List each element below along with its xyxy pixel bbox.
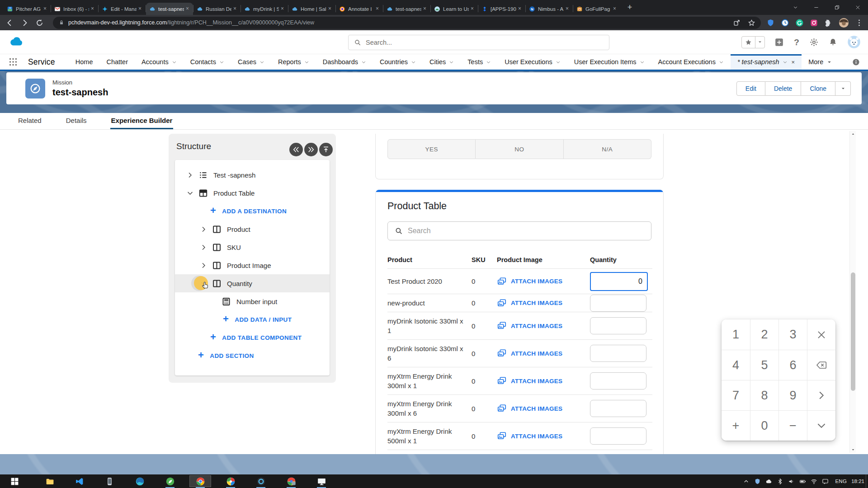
chevron-down-icon[interactable] bbox=[304, 60, 309, 65]
keypad-key-7[interactable]: 7 bbox=[722, 380, 750, 410]
quantity-input[interactable] bbox=[590, 400, 646, 417]
keypad-key-5[interactable]: 5 bbox=[750, 350, 778, 380]
keypad-key-2[interactable]: 2 bbox=[750, 319, 778, 350]
keypad-key-9[interactable]: 9 bbox=[778, 380, 807, 410]
scroll-to-top-button[interactable] bbox=[319, 143, 333, 156]
tree-node-quantity[interactable]: Quantity bbox=[175, 274, 330, 292]
attach-images-button[interactable]: ATTACH IMAGES bbox=[497, 431, 590, 441]
tree-node-number-input[interactable]: Number input bbox=[175, 292, 330, 310]
edit-button[interactable]: Edit bbox=[736, 81, 765, 96]
browser-tab[interactable]: Annotate I × bbox=[336, 3, 383, 15]
keypad-key-xclose[interactable] bbox=[807, 319, 835, 350]
chevron-down-icon[interactable] bbox=[259, 60, 264, 65]
keypad-key-+[interactable]: + bbox=[722, 410, 750, 441]
clock[interactable]: 18:21 bbox=[851, 479, 864, 484]
grammarly-extension-icon[interactable] bbox=[795, 19, 804, 27]
tray-net-icon[interactable] bbox=[811, 478, 817, 485]
tab-close-icon[interactable]: × bbox=[89, 5, 96, 12]
attach-images-button[interactable]: ATTACH IMAGES bbox=[497, 277, 590, 286]
nav-item[interactable]: Cities bbox=[423, 54, 461, 70]
quantity-input[interactable] bbox=[590, 317, 646, 334]
taskbar-explorer-icon[interactable] bbox=[39, 475, 61, 487]
link-add-section[interactable]: +ADD SECTION bbox=[175, 347, 330, 365]
tab-close-icon[interactable]: × bbox=[184, 5, 191, 12]
chevron-down-icon[interactable] bbox=[556, 60, 561, 65]
browser-tab[interactable]: Home | Sal × bbox=[288, 3, 335, 15]
chevron-right-icon[interactable] bbox=[200, 244, 208, 251]
insta-extension-icon[interactable] bbox=[810, 19, 818, 27]
taskbar-vscode-icon[interactable] bbox=[68, 475, 90, 487]
browser-tab[interactable]: [APPS-1902 × bbox=[478, 3, 525, 15]
tab-close-icon[interactable]: × bbox=[564, 5, 571, 12]
info-icon[interactable] bbox=[852, 58, 860, 66]
nav-item[interactable]: Reports bbox=[271, 54, 316, 70]
browser-tab[interactable]: Russian De × bbox=[193, 3, 241, 15]
tree-node-sku[interactable]: SKU bbox=[175, 238, 330, 256]
keypad-key-backspace[interactable] bbox=[807, 350, 835, 380]
taskbar-colorful-icon[interactable] bbox=[220, 475, 241, 487]
nav-more-menu[interactable]: More bbox=[802, 54, 839, 70]
taskbar-start-icon[interactable] bbox=[4, 475, 25, 487]
quantity-input[interactable] bbox=[590, 427, 646, 445]
attach-images-button[interactable]: ATTACH IMAGES bbox=[497, 404, 590, 413]
setup-gear-icon[interactable] bbox=[809, 38, 819, 47]
attach-images-button[interactable]: ATTACH IMAGES bbox=[497, 298, 590, 308]
clocklock-extension-icon[interactable] bbox=[781, 19, 789, 27]
tab-close-icon[interactable]: × bbox=[42, 5, 48, 12]
tray-chat-icon[interactable] bbox=[822, 478, 829, 485]
tree-node-product[interactable]: Product bbox=[175, 220, 330, 238]
taskbar-chrome-icon[interactable] bbox=[189, 475, 211, 487]
attach-images-button[interactable]: ATTACH IMAGES bbox=[497, 376, 590, 386]
tab-close-icon[interactable]: × bbox=[421, 5, 428, 12]
scroll-down-arrow-icon[interactable] bbox=[850, 446, 856, 453]
global-search-input[interactable] bbox=[366, 39, 604, 46]
option-yes[interactable]: YES bbox=[387, 139, 476, 159]
quantity-input[interactable] bbox=[590, 345, 646, 362]
close-button[interactable] bbox=[847, 0, 868, 15]
show-desktop-button[interactable] bbox=[866, 474, 868, 488]
new-tab-button[interactable]: + bbox=[624, 2, 635, 13]
clone-button[interactable]: Clone bbox=[801, 81, 835, 96]
address-bar[interactable]: pchdevmain-dev-ed.lightning.force.com /l… bbox=[53, 17, 761, 29]
language-indicator[interactable]: ENG bbox=[835, 479, 847, 484]
expand-right-button[interactable] bbox=[304, 143, 318, 156]
tab-details[interactable]: Details bbox=[65, 113, 88, 129]
help-icon[interactable]: ? bbox=[793, 38, 800, 47]
tab-close-icon[interactable]: × bbox=[374, 5, 381, 12]
content-scrollbar[interactable] bbox=[849, 131, 856, 453]
keypad-key-3[interactable]: 3 bbox=[778, 319, 807, 350]
favorites-button[interactable] bbox=[741, 36, 765, 48]
keypad-key-chevd[interactable] bbox=[807, 410, 835, 441]
taskbar-browser2-icon[interactable] bbox=[280, 475, 302, 487]
share-icon[interactable] bbox=[733, 19, 741, 27]
chevron-down-icon[interactable] bbox=[172, 60, 177, 65]
taskbar-phone-icon[interactable] bbox=[99, 475, 120, 487]
nav-item[interactable]: Tests bbox=[461, 54, 498, 70]
reload-icon[interactable] bbox=[35, 19, 44, 27]
product-search-box[interactable] bbox=[387, 221, 651, 240]
chevron-right-icon[interactable] bbox=[200, 225, 208, 233]
taskbar-display-icon[interactable] bbox=[311, 475, 332, 487]
chevron-down-icon[interactable] bbox=[449, 60, 454, 65]
app-launcher-icon[interactable] bbox=[8, 57, 18, 67]
tab-close-icon[interactable]: × bbox=[611, 5, 618, 12]
browser-tab[interactable]: Inbox (6) - s × bbox=[51, 3, 98, 15]
close-icon[interactable]: × bbox=[792, 59, 795, 66]
chevron-down-icon[interactable] bbox=[783, 60, 788, 65]
browser-tab[interactable]: myDrink | S × bbox=[241, 3, 288, 15]
nav-item[interactable]: User Executions bbox=[498, 54, 567, 70]
quantity-input[interactable] bbox=[590, 372, 646, 389]
keypad-key-0[interactable]: 0 bbox=[750, 410, 778, 441]
favorites-caret-icon[interactable] bbox=[755, 37, 764, 48]
browser-tab[interactable]: test-sapnes × bbox=[146, 3, 193, 15]
nav-item[interactable]: Account Executions bbox=[651, 54, 731, 70]
tab-close-icon[interactable]: × bbox=[469, 5, 476, 12]
keypad-key-8[interactable]: 8 bbox=[750, 380, 778, 410]
browser-tab[interactable]: N Nimbus - A × bbox=[526, 3, 573, 15]
notifications-bell-icon[interactable] bbox=[828, 38, 838, 47]
user-avatar[interactable] bbox=[847, 35, 861, 49]
nav-item[interactable]: Dashboards bbox=[316, 54, 373, 70]
tab-close-icon[interactable]: × bbox=[516, 5, 523, 12]
back-icon[interactable] bbox=[5, 19, 14, 27]
chevron-down-icon[interactable] bbox=[219, 60, 224, 65]
